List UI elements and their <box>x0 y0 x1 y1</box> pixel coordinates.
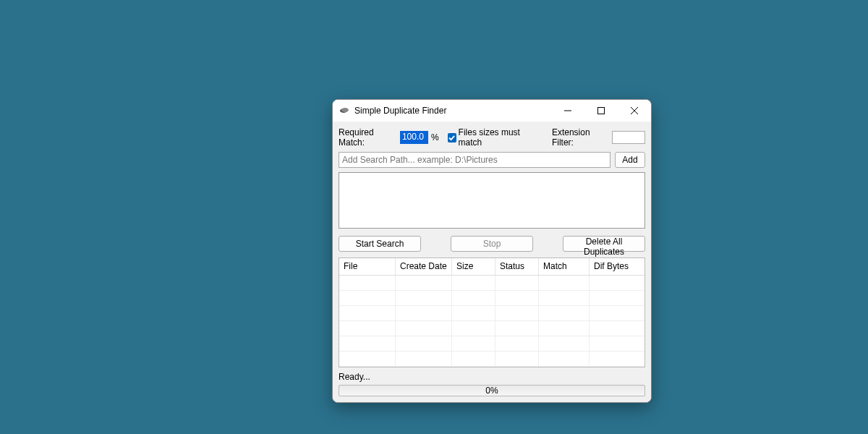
window-title: Simple Duplicate Finder <box>354 106 551 116</box>
grid-body <box>339 276 644 367</box>
start-search-button[interactable]: Start Search <box>339 236 421 252</box>
column-file[interactable]: File <box>339 258 396 275</box>
column-dif-bytes[interactable]: Dif Bytes <box>590 258 644 275</box>
search-path-input[interactable] <box>339 152 610 168</box>
client-area: Required Match: 100.0 % Files sizes must… <box>333 122 651 402</box>
column-size[interactable]: Size <box>452 258 495 275</box>
grid-header: File Create Date Size Status Match Dif B… <box>339 258 644 276</box>
close-button[interactable] <box>618 100 651 122</box>
column-create-date[interactable]: Create Date <box>396 258 452 275</box>
sizes-must-match-checkbox[interactable]: Files sizes must match <box>448 127 539 148</box>
titlebar[interactable]: Simple Duplicate Finder <box>333 100 651 122</box>
window-controls <box>551 100 651 122</box>
sizes-must-match-label: Files sizes must match <box>459 127 539 148</box>
search-paths-list[interactable] <box>339 172 645 229</box>
results-grid[interactable]: File Create Date Size Status Match Dif B… <box>339 258 645 367</box>
path-row: Add <box>339 152 645 168</box>
required-match-label: Required Match: <box>339 127 397 148</box>
add-path-button[interactable]: Add <box>615 152 645 168</box>
column-match[interactable]: Match <box>539 258 590 275</box>
status-text: Ready... <box>339 372 645 382</box>
action-buttons-row: Start Search Stop Delete All Duplicates <box>339 236 645 252</box>
required-match-input[interactable]: 100.0 <box>400 131 428 144</box>
svg-point-1 <box>341 108 349 112</box>
table-row[interactable] <box>339 291 644 306</box>
extension-filter-label: Extension Filter: <box>552 127 609 148</box>
table-row[interactable] <box>339 306 644 321</box>
table-row[interactable] <box>339 321 644 336</box>
percent-label: % <box>431 132 439 142</box>
application-window: Simple Duplicate Finder Required Match: … <box>332 99 652 403</box>
table-row[interactable] <box>339 276 644 291</box>
maximize-button[interactable] <box>584 100 618 122</box>
delete-duplicates-button[interactable]: Delete All Duplicates <box>563 236 645 252</box>
table-row[interactable] <box>339 352 644 367</box>
column-status[interactable]: Status <box>495 258 539 275</box>
progress-bar: 0% <box>339 385 645 396</box>
check-icon <box>448 133 456 142</box>
extension-filter-input[interactable] <box>612 131 645 144</box>
minimize-button[interactable] <box>551 100 584 122</box>
stop-button[interactable]: Stop <box>451 236 533 252</box>
progress-label: 0% <box>485 386 498 396</box>
svg-rect-3 <box>598 108 605 114</box>
app-icon <box>339 105 350 116</box>
settings-row: Required Match: 100.0 % Files sizes must… <box>339 127 645 148</box>
table-row[interactable] <box>339 336 644 352</box>
